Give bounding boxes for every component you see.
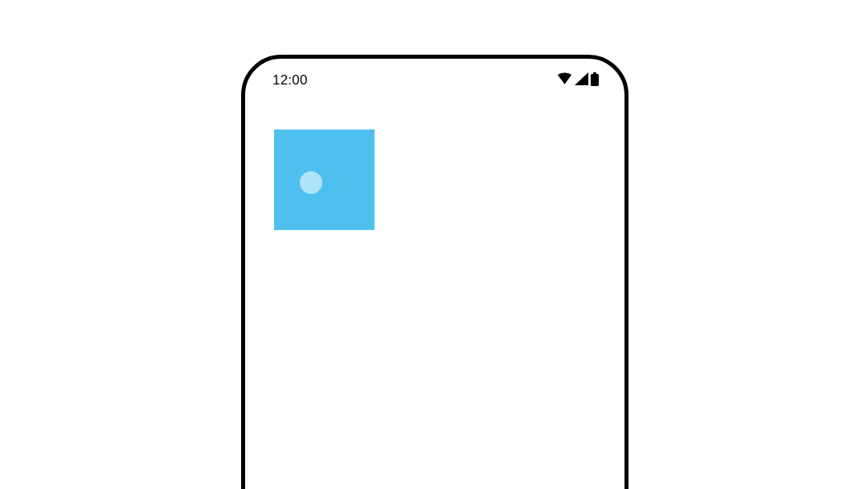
content-area: [245, 102, 624, 257]
phone-frame: 12:00: [241, 55, 628, 489]
touch-indicator: [300, 171, 322, 194]
wifi-icon: [557, 72, 572, 88]
status-time: 12:00: [272, 72, 308, 88]
svg-rect-0: [593, 72, 596, 74]
status-bar: 12:00: [245, 59, 624, 102]
battery-icon: [591, 72, 599, 89]
cellular-icon: [575, 72, 588, 88]
draggable-box[interactable]: [274, 129, 375, 230]
svg-rect-1: [591, 74, 599, 86]
status-icons: [557, 72, 599, 89]
